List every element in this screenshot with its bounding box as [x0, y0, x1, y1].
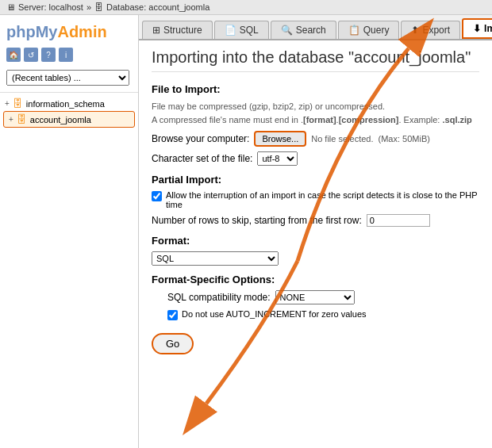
format-specific-options: SQL compatibility mode: NONE ANSI MYSQL4… [152, 290, 479, 320]
allow-interrupt-label: Allow the interruption of an import in c… [166, 190, 479, 209]
database-icon: 🗄 [94, 2, 103, 12]
tab-bar: ⊞ Structure 📄 SQL 🔍 Search 📋 Query ⬆ [139, 15, 492, 40]
tab-export[interactable]: ⬆ Export [401, 21, 460, 39]
compat-mode-row: SQL compatibility mode: NONE ANSI MYSQL4… [167, 290, 479, 304]
sidebar-active-db-label: account_joomla [30, 115, 91, 124]
rows-skip-row: Number of rows to skip, starting from th… [152, 214, 479, 227]
tab-query[interactable]: 📋 Query [338, 21, 400, 39]
charset-label: Character set of the file: [152, 153, 252, 164]
auto-increment-row: Do not use AUTO_INCREMENT for zero value… [167, 309, 479, 320]
sidebar-item-information-schema[interactable]: + 🗄 information_schema [0, 96, 138, 111]
browse-row: Browse your computer: Browse... No file … [152, 131, 479, 147]
db-icon: 🗄 [13, 98, 23, 109]
browse-button[interactable]: Browse... [254, 131, 306, 147]
tab-export-label: Export [422, 25, 450, 36]
server-icon: 🖥 [6, 2, 15, 12]
sidebar-divider [0, 92, 138, 93]
info-icon[interactable]: i [59, 48, 73, 62]
expand-icon: + [5, 99, 10, 108]
compat-mode-select[interactable]: NONE ANSI MYSQL40 [275, 290, 355, 304]
reload-icon[interactable]: ↺ [24, 48, 38, 62]
hint-line2: A compressed file's name must end in .[f… [152, 115, 472, 124]
database-label: Database: account_joomla [106, 2, 209, 12]
no-file-text: No file selected. [311, 134, 373, 144]
server-label: Server: localhost [18, 2, 83, 12]
format-specific-section-title: Format-Specific Options: [152, 274, 479, 285]
sql-icon: 📄 [225, 25, 236, 36]
expand-icon-2: + [9, 115, 13, 124]
help-icon[interactable]: ? [41, 48, 56, 62]
breadcrumb-separator: » [86, 2, 91, 12]
format-bold: [format] [303, 115, 336, 124]
browse-label: Browse your computer: [152, 133, 249, 144]
auto-increment-label: Do not use AUTO_INCREMENT for zero value… [182, 309, 367, 319]
logo: phpMyAdmin [0, 18, 138, 46]
sidebar-icons: 🏠 ↺ ? i [0, 46, 138, 67]
tab-query-label: Query [363, 25, 390, 36]
home-icon[interactable]: 🏠 [6, 48, 21, 62]
structure-icon: ⊞ [152, 25, 160, 36]
allow-interrupt-row: Allow the interruption of an import in c… [152, 190, 479, 209]
rows-skip-input[interactable] [367, 214, 430, 227]
rows-skip-label: Number of rows to skip, starting from th… [152, 215, 362, 226]
db-icon-2: 🗄 [17, 113, 27, 125]
go-button[interactable]: Go [152, 333, 194, 354]
format-section-title: Format: [152, 235, 479, 247]
tab-sql[interactable]: 📄 SQL [214, 21, 269, 39]
partial-import-section-title: Partial Import: [152, 174, 479, 186]
search-icon: 🔍 [281, 25, 293, 36]
sidebar: phpMyAdmin 🏠 ↺ ? i (Recent tables) ... +… [0, 15, 139, 448]
tab-import-label: Import [484, 23, 492, 34]
format-select[interactable]: SQL CSV [152, 251, 279, 266]
compat-mode-label: SQL compatibility mode: [167, 292, 271, 303]
charset-row: Character set of the file: utf-8 latin1 [152, 151, 479, 166]
query-icon: 📋 [348, 25, 360, 36]
tab-import[interactable]: ⬇ Import [462, 18, 492, 39]
file-import-section-title: File to Import: [152, 83, 479, 95]
hint-compressed: File may be compressed (gzip, bzip2, zip… [152, 100, 479, 126]
max-size-text: (Max: 50MiB) [379, 134, 430, 144]
charset-select[interactable]: utf-8 latin1 [257, 151, 298, 166]
tab-sql-label: SQL [240, 25, 259, 36]
tab-search[interactable]: 🔍 Search [271, 21, 336, 39]
content-area: Importing into the database "account_joo… [139, 40, 492, 448]
logo-php: php [6, 23, 36, 40]
tab-structure-label: Structure [163, 25, 202, 36]
format-row: SQL CSV [152, 251, 479, 266]
recent-tables-select[interactable]: (Recent tables) ... [6, 70, 129, 86]
allow-interrupt-checkbox[interactable] [152, 191, 162, 201]
compression-bold: [compression] [339, 115, 399, 124]
sidebar-db-label: information_schema [26, 99, 105, 109]
auto-increment-checkbox[interactable] [167, 310, 178, 320]
export-icon: ⬆ [411, 25, 419, 36]
tab-structure[interactable]: ⊞ Structure [142, 21, 213, 39]
tab-search-label: Search [296, 25, 326, 36]
import-icon: ⬇ [473, 23, 481, 34]
page-title: Importing into the database "account_joo… [152, 48, 479, 72]
example-bold: .sql.zip [442, 115, 471, 124]
breadcrumb: 🖥 Server: localhost » 🗄 Database: accoun… [0, 0, 492, 15]
logo-myadmin: MyAdmin [36, 23, 107, 40]
sidebar-item-account-joomla[interactable]: + 🗄 account_joomla [3, 111, 135, 128]
